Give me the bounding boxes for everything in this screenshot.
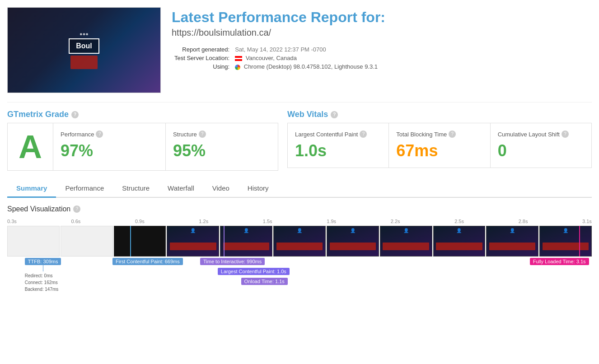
- header-section: ●●● Boul Latest Performance Report for: …: [7, 7, 592, 93]
- performance-value: 97%: [61, 141, 158, 160]
- grade-metrics: Performance ? 97% Structure ? 95%: [53, 123, 278, 170]
- web-vitals-block: Web Vitals ? Largest Contentful Paint ? …: [287, 110, 592, 171]
- speed-viz-help[interactable]: ?: [73, 205, 80, 213]
- chrome-icon: [235, 65, 240, 70]
- tabs-bar: Summary Performance Structure Waterfall …: [7, 180, 592, 198]
- thumb-scene-1: 👤: [167, 226, 219, 257]
- tick-3: 1.2s: [199, 219, 208, 224]
- web-vitals-title: Web Vitals: [287, 110, 328, 119]
- tick-7: 2.5s: [454, 219, 464, 224]
- tick-0: 0.3s: [7, 219, 17, 224]
- report-generated-label: Report generated:: [172, 45, 232, 54]
- onload-marker: Onload Time: 1.1s: [241, 277, 288, 285]
- thumb-scene-7: 👤: [486, 226, 538, 257]
- thumb-blank-1: [7, 226, 60, 257]
- timeline-ruler: 0.3s 0.6s 0.9s 1.2s 1.5s 1.9s 2.2s 2.5s …: [7, 219, 592, 224]
- thumb-scene-6: 👤: [433, 226, 486, 257]
- lcp-marker: Largest Contentful Paint: 1.0s: [218, 267, 290, 275]
- report-url: https://boulsimulation.ca/: [172, 28, 592, 38]
- fcp-marker: First Contentful Paint: 669ms: [112, 257, 183, 265]
- thumbnail-strip: 👤 👤 👤 👤 👤 👤: [7, 226, 592, 257]
- timeline-area: 👤 👤 👤 👤 👤 👤: [7, 226, 592, 316]
- cls-label: Cumulative Layout Shift ?: [498, 131, 584, 138]
- ttfb-sub: Redirect: 0ms Connect: 162ms Backend: 14…: [25, 272, 61, 293]
- grade-card: A Performance ? 97% Structure ? 95%: [7, 123, 278, 171]
- tbt-label: Total Blocking Time ?: [396, 131, 482, 138]
- tab-video[interactable]: Video: [203, 180, 239, 198]
- flt-marker: Fully Loaded Time: 3.1s: [530, 257, 589, 265]
- thumb-dark-1: [114, 226, 166, 257]
- thumb-scene-5: 👤: [380, 226, 432, 257]
- using-value: Chrome (Desktop) 98.0.4758.102, Lighthou…: [232, 62, 380, 71]
- performance-help[interactable]: ?: [96, 131, 103, 138]
- tick-2: 0.9s: [135, 219, 145, 224]
- ttfb-marker: TTFB: 309ms Redirect: 0ms Connect: 162ms…: [25, 257, 61, 293]
- thumb-blank-2: [61, 226, 113, 257]
- speed-viz-section: Speed Visualization ? 0.3s 0.6s 0.9s 1.2…: [7, 205, 592, 316]
- thumb-scene-4: 👤: [327, 226, 379, 257]
- performance-metric: Performance ? 97%: [53, 123, 166, 170]
- site-screenshot: ●●● Boul: [7, 7, 161, 93]
- tick-4: 1.5s: [263, 219, 272, 224]
- tab-history[interactable]: History: [239, 180, 278, 198]
- tick-8: 2.8s: [519, 219, 528, 224]
- divider-1: [7, 102, 592, 103]
- structure-metric: Structure ? 95%: [166, 123, 278, 170]
- tick-9: 3.1s: [582, 219, 592, 224]
- report-info: Latest Performance Report for: https://b…: [172, 7, 592, 71]
- web-vitals-header: Web Vitals ?: [287, 110, 592, 119]
- structure-help[interactable]: ?: [199, 131, 206, 138]
- web-vitals-help[interactable]: ?: [331, 111, 338, 118]
- ttfb-box: TTFB: 309ms: [25, 258, 61, 265]
- tab-waterfall[interactable]: Waterfall: [159, 180, 203, 198]
- grade-letter-box: A: [8, 123, 53, 170]
- cls-value: 0: [498, 141, 584, 160]
- structure-label: Structure ?: [173, 131, 271, 138]
- fcp-box: First Contentful Paint: 669ms: [112, 258, 183, 265]
- test-server-label: Test Server Location:: [172, 54, 232, 62]
- thumb-scene-3: 👤: [273, 226, 326, 257]
- test-server-value: Vancouver, Canada: [232, 54, 380, 62]
- tick-6: 2.2s: [391, 219, 400, 224]
- ttfb-line: [43, 265, 43, 271]
- lcp-help[interactable]: ?: [360, 131, 367, 138]
- tab-summary[interactable]: Summary: [7, 180, 56, 198]
- gtmetrix-grade-block: GTmetrix Grade ? A Performance ? 97% Str…: [7, 110, 278, 171]
- lcp-value: 1.0s: [295, 141, 381, 160]
- canada-flag-icon: [235, 56, 242, 61]
- flt-box: Fully Loaded Time: 3.1s: [530, 258, 589, 265]
- grades-section: GTmetrix Grade ? A Performance ? 97% Str…: [7, 110, 592, 171]
- structure-value: 95%: [173, 141, 271, 160]
- thumb-scene-2: 👤: [220, 226, 272, 257]
- performance-label: Performance ?: [61, 131, 158, 138]
- using-label: Using:: [172, 62, 232, 71]
- cls-help[interactable]: ?: [562, 131, 569, 138]
- gtmetrix-grade-help[interactable]: ?: [71, 111, 79, 118]
- grade-letter: A: [19, 131, 42, 163]
- tick-5: 1.9s: [327, 219, 336, 224]
- tti-box: Time to Interactive: 990ms: [200, 258, 265, 265]
- thumb-scene-8: 👤: [539, 226, 592, 257]
- gtmetrix-grade-title: GTmetrix Grade: [7, 110, 69, 119]
- lcp-vital: Largest Contentful Paint ? 1.0s: [288, 123, 389, 168]
- tbt-help[interactable]: ?: [449, 131, 456, 138]
- lcp-label: Largest Contentful Paint ?: [295, 131, 381, 138]
- speed-viz-title: Speed Visualization ?: [7, 205, 592, 213]
- report-generated-value: Sat, May 14, 2022 12:37 PM -0700: [232, 45, 380, 54]
- tti-marker: Time to Interactive: 990ms: [200, 257, 265, 265]
- tbt-value: 67ms: [396, 141, 482, 160]
- tbt-vital: Total Blocking Time ? 67ms: [389, 123, 490, 168]
- tab-performance[interactable]: Performance: [56, 180, 113, 198]
- report-title: Latest Performance Report for:: [172, 9, 592, 26]
- tick-1: 0.6s: [71, 219, 80, 224]
- lcp-box: Largest Contentful Paint: 1.0s: [218, 268, 290, 275]
- annotations-area: TTFB: 309ms Redirect: 0ms Connect: 162ms…: [7, 257, 592, 316]
- cls-vital: Cumulative Layout Shift ? 0: [491, 123, 591, 168]
- web-vitals-card: Largest Contentful Paint ? 1.0s Total Bl…: [287, 123, 592, 168]
- tab-structure[interactable]: Structure: [113, 180, 159, 198]
- gtmetrix-grade-header: GTmetrix Grade ?: [7, 110, 278, 119]
- onload-box: Onload Time: 1.1s: [241, 278, 288, 285]
- report-meta: Report generated: Sat, May 14, 2022 12:3…: [172, 45, 592, 71]
